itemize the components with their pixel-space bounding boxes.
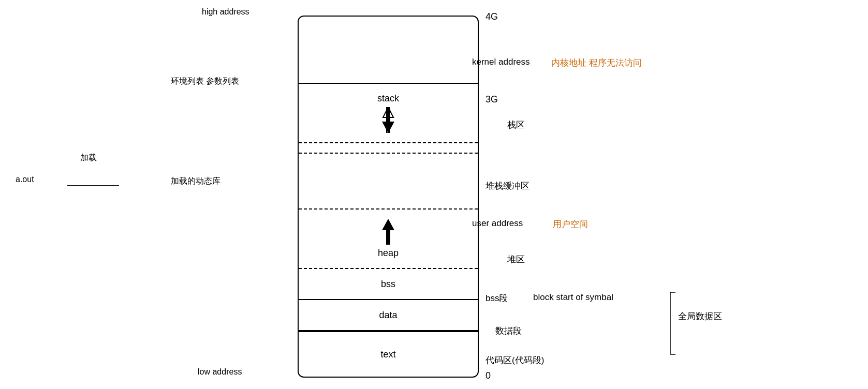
memory-box: stack: [298, 16, 479, 378]
svg-rect-4: [386, 107, 390, 122]
heap-stack-buffer-label: 堆栈缓冲区: [486, 180, 529, 192]
high-address-label: high address: [202, 7, 249, 17]
global-data-label: 全局数据区: [678, 310, 722, 322]
seg-bss: bss: [299, 269, 478, 300]
seg-stack: stack: [299, 84, 478, 143]
addr-0-label: 0: [486, 370, 491, 381]
user-space-label: 用户空间: [553, 218, 588, 230]
addr-3g-label: 3G: [486, 94, 498, 105]
load-label: 加载: [80, 153, 97, 163]
dynamic-lib-label: 加载的动态库: [171, 176, 220, 187]
bss-label: bss: [381, 279, 395, 290]
seg-env: [299, 17, 478, 84]
kernel-address-label: kernel address: [472, 57, 530, 67]
env-params-label: 环境列表 参数列表: [171, 76, 239, 87]
seg-mmap: [299, 153, 478, 210]
text-label: text: [380, 349, 395, 360]
code-seg-label: 代码区(代码段): [486, 354, 544, 366]
kernel-desc-label: 内核地址 程序无法访问: [551, 57, 642, 69]
svg-marker-5: [382, 219, 394, 230]
heap-area-label: 堆区: [507, 253, 525, 265]
seg-heap: heap: [299, 210, 478, 269]
data-seg-label: 数据段: [495, 325, 522, 337]
seg-text: text: [299, 331, 478, 377]
svg-rect-6: [386, 230, 390, 245]
addr-4g-label: 4G: [486, 11, 498, 22]
user-address-label: user address: [472, 218, 523, 229]
aout-label: a.out: [16, 175, 34, 184]
low-address-label: low address: [198, 367, 242, 377]
brace-svg: [668, 290, 683, 357]
diagram: stack: [0, 0, 868, 389]
stack-label: stack: [377, 93, 399, 104]
stack-arrow-down-icon: [378, 107, 399, 133]
stack-area-label: 栈区: [507, 119, 525, 131]
svg-marker-3: [382, 122, 394, 133]
data-label: data: [379, 310, 397, 321]
heap-arrow-up-icon: [378, 219, 399, 245]
block-start-label: block start of symbal: [533, 292, 613, 303]
aout-line: [67, 185, 119, 186]
seg-data: data: [299, 300, 478, 331]
bss-seg-label: bss段: [486, 292, 508, 304]
heap-label: heap: [378, 248, 399, 259]
